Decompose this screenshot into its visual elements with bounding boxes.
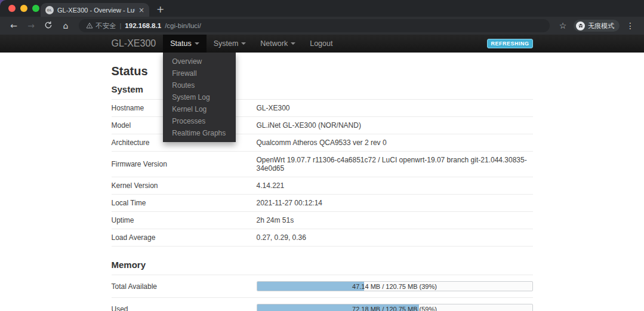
row-value: 0.27, 0.29, 0.36 xyxy=(257,233,533,242)
macos-traffic-lights xyxy=(8,5,39,12)
row-value: GL.iNet GL-XE300 (NOR/NAND) xyxy=(257,121,533,130)
dropdown-item-realtime-graphs[interactable]: Realtime Graphs xyxy=(163,127,236,139)
browser-toolbar: ← → ⌂ 不安全 | 192.168.8.1 /cgi-bin/luci/ ☆… xyxy=(0,17,644,35)
row-label: Used xyxy=(112,305,257,311)
row-value: 2021-11-27 00:12:14 xyxy=(257,199,533,207)
table-row: Local Time2021-11-27 00:12:14 xyxy=(112,195,533,212)
chevron-down-icon xyxy=(241,42,246,45)
row-value: 2h 24m 51s xyxy=(257,216,533,224)
browser-menu-icon[interactable]: ⋮ xyxy=(624,21,637,30)
bookmark-star-icon[interactable]: ☆ xyxy=(556,21,569,30)
navbar-menu: StatusOverviewFirewallRoutesSystem LogKe… xyxy=(163,35,340,53)
row-label: Uptime xyxy=(112,216,257,224)
row-label: Kernel Version xyxy=(112,181,257,190)
incognito-label: 无痕模式 xyxy=(588,21,614,30)
dropdown-item-routes[interactable]: Routes xyxy=(163,79,236,91)
url-host: 192.168.8.1 xyxy=(125,22,161,29)
memory-progress-bar: 72.18 MB / 120.75 MB (59%) xyxy=(257,304,533,311)
back-icon[interactable]: ← xyxy=(7,21,20,30)
security-warning[interactable]: 不安全 xyxy=(86,21,116,30)
table-row: Load Average0.27, 0.29, 0.36 xyxy=(112,229,533,247)
memory-section-heading: Memory xyxy=(112,260,533,275)
warning-triangle-icon xyxy=(86,22,93,29)
table-row: Firmware VersionOpenWrt 19.07.7 r11306-c… xyxy=(112,152,533,177)
browser-tabstrip: GL GL-XE300 - Overview - LuCI × + xyxy=(0,0,644,17)
tab-title: GL-XE300 - Overview - LuCI xyxy=(57,7,135,14)
table-row: Kernel Version4.14.221 xyxy=(112,177,533,195)
progress-text: 72.18 MB / 120.75 MB (59%) xyxy=(257,304,532,311)
forward-icon[interactable]: → xyxy=(24,21,38,30)
incognito-badge: 无痕模式 xyxy=(574,20,620,32)
tab-close-icon[interactable]: × xyxy=(138,7,144,14)
minimize-window-button[interactable] xyxy=(20,5,27,12)
row-value: Qualcomm Atheros QCA9533 ver 2 rev 0 xyxy=(257,138,533,147)
nav-item-label: System xyxy=(214,39,239,48)
nav-item-system[interactable]: System xyxy=(207,35,254,53)
brand-logo[interactable]: GL-XE300 xyxy=(112,35,156,53)
url-path: /cgi-bin/luci/ xyxy=(165,22,201,29)
row-value: 4.14.221 xyxy=(257,181,533,190)
row-label: Load Average xyxy=(112,233,257,242)
table-row: Used72.18 MB / 120.75 MB (59%) xyxy=(112,298,533,311)
memory-progress-bar: 47.14 MB / 120.75 MB (39%) xyxy=(257,281,533,291)
status-dropdown-menu: OverviewFirewallRoutesSystem LogKernel L… xyxy=(163,53,236,142)
new-tab-button[interactable]: + xyxy=(156,5,164,14)
nav-item-logout[interactable]: Logout xyxy=(303,35,340,53)
row-value: GL-XE300 xyxy=(257,104,533,112)
security-warning-label: 不安全 xyxy=(95,21,116,30)
dropdown-item-processes[interactable]: Processes xyxy=(163,115,236,127)
tab-favicon-icon: GL xyxy=(45,6,54,14)
row-value: OpenWrt 19.07.7 r11306-c4a6851c72 / LuCI… xyxy=(257,156,533,173)
url-separator: | xyxy=(120,22,122,29)
address-bar[interactable]: 不安全 | 192.168.8.1 /cgi-bin/luci/ xyxy=(79,19,550,32)
incognito-icon xyxy=(576,21,585,30)
close-window-button[interactable] xyxy=(8,5,16,12)
chevron-down-icon xyxy=(291,42,295,45)
row-label: Firmware Version xyxy=(112,160,257,168)
refreshing-badge: REFRESHING xyxy=(487,39,532,48)
reload-icon[interactable] xyxy=(42,21,55,30)
nav-item-label: Network xyxy=(260,39,288,48)
row-label: Local Time xyxy=(112,199,257,207)
dropdown-item-overview[interactable]: Overview xyxy=(163,56,236,67)
chevron-down-icon xyxy=(195,42,199,45)
nav-item-label: Logout xyxy=(310,39,332,48)
luci-navbar: GL-XE300 StatusOverviewFirewallRoutesSys… xyxy=(0,35,644,53)
dropdown-item-system-log[interactable]: System Log xyxy=(163,91,236,103)
browser-tab[interactable]: GL GL-XE300 - Overview - LuCI × xyxy=(41,3,149,17)
progress-text: 47.14 MB / 120.75 MB (39%) xyxy=(257,282,532,291)
dropdown-item-kernel-log[interactable]: Kernel Log xyxy=(163,103,236,115)
home-icon[interactable]: ⌂ xyxy=(59,21,72,30)
dropdown-item-firewall[interactable]: Firewall xyxy=(163,67,236,79)
nav-item-label: Status xyxy=(170,39,191,48)
nav-item-status[interactable]: StatusOverviewFirewallRoutesSystem LogKe… xyxy=(163,35,206,53)
table-row: Uptime2h 24m 51s xyxy=(112,212,533,229)
nav-item-network[interactable]: Network xyxy=(253,35,303,53)
zoom-window-button[interactable] xyxy=(32,5,39,12)
table-row: Total Available47.14 MB / 120.75 MB (39%… xyxy=(112,275,533,298)
memory-table: Total Available47.14 MB / 120.75 MB (39%… xyxy=(112,275,533,311)
row-label: Total Available xyxy=(112,282,257,291)
